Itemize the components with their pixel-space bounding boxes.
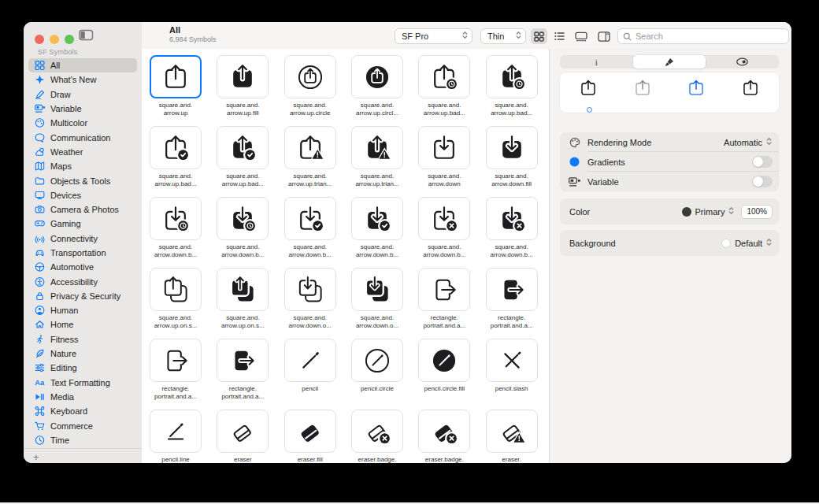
color-row: Color Primary 100% (560, 198, 779, 224)
sidebar-item-communication[interactable]: Communication (28, 130, 137, 144)
symbol-tile[interactable] (150, 197, 202, 240)
symbol-tile[interactable] (351, 410, 403, 453)
symbol-tile[interactable] (418, 55, 470, 98)
sidebar-item-all[interactable]: All (28, 58, 137, 72)
sidebar-item-text-formatting[interactable]: Aa Text Formatting (28, 376, 137, 390)
zoom-window-button[interactable] (65, 35, 74, 44)
symbol-tile[interactable] (284, 197, 336, 240)
symbol-tile[interactable] (418, 339, 470, 382)
sliders-icon (34, 362, 46, 373)
sidebar-item-automotive[interactable]: Automotive (28, 260, 137, 274)
add-collection-button[interactable]: + (33, 451, 39, 463)
symbol-tile[interactable] (486, 55, 538, 98)
close-window-button[interactable] (35, 35, 44, 44)
symbol-tile[interactable] (284, 126, 336, 169)
symbol-tile[interactable] (418, 126, 470, 169)
symbol-tile[interactable] (486, 268, 538, 311)
sidebar-item-transportation[interactable]: Transportation (28, 246, 137, 260)
symbol-label: square.and.arrow.up.on.s... (141, 314, 210, 329)
symbol-tile[interactable] (351, 126, 403, 169)
symbol-tile[interactable] (150, 410, 202, 453)
sidebar-item-label: Accessibility (50, 277, 98, 287)
sidebar-item-privacy-security[interactable]: Privacy & Security (28, 289, 137, 303)
symbol-tile[interactable] (284, 339, 336, 382)
preview-monochrome[interactable] (578, 78, 598, 98)
sidebar-item-devices[interactable]: Devices (28, 188, 137, 202)
symbol-tile[interactable] (418, 268, 470, 311)
sidebar-item-commerce[interactable]: Commerce (28, 418, 137, 432)
grid-view-button[interactable] (531, 28, 547, 44)
weight-select[interactable]: Thin (480, 28, 526, 44)
search-input[interactable]: Search (617, 28, 789, 44)
sidebar-item-label: Keyboard (50, 406, 87, 416)
list-view-button[interactable] (551, 28, 568, 44)
grid-icon (34, 60, 46, 71)
minimize-window-button[interactable] (50, 35, 59, 44)
preview-palette[interactable] (686, 78, 706, 98)
rect-portrait-arrow-icon (160, 345, 191, 376)
symbol-tile[interactable] (284, 55, 336, 98)
gallery-view-button[interactable] (572, 28, 590, 44)
sidebar-item-nature[interactable]: Nature (28, 346, 137, 361)
symbol-tile[interactable] (150, 268, 202, 311)
sidebar-item-gaming[interactable]: Gaming (28, 217, 137, 231)
color-opacity-field[interactable]: 100% (741, 205, 773, 219)
symbol-tile[interactable] (284, 410, 336, 453)
symbol-tile[interactable] (217, 55, 269, 98)
symbol-tile[interactable] (217, 410, 269, 453)
symbol-tile[interactable] (217, 126, 269, 169)
symbol-tile[interactable] (351, 339, 403, 382)
sidebar-item-keyboard[interactable]: Keyboard (28, 404, 137, 418)
symbol-tile[interactable] (418, 197, 470, 240)
sidebar-item-draw[interactable]: Draw (28, 87, 137, 102)
sidebar-item-connectivity[interactable]: Connectivity (28, 232, 137, 246)
symbol-tile[interactable] (217, 268, 269, 311)
sidebar-item-time[interactable]: Time (28, 433, 137, 447)
symbol-tile[interactable] (486, 339, 538, 382)
sidebar-item-label: Multicolor (50, 118, 87, 128)
toggle-sidebar-icon[interactable] (79, 29, 94, 41)
symbol-tile[interactable] (486, 410, 538, 453)
tab-info[interactable]: i (560, 55, 633, 69)
symbol-tile[interactable] (486, 197, 538, 240)
symbol-tile[interactable] (351, 55, 403, 98)
sidebar-item-maps[interactable]: Maps (28, 159, 137, 173)
font-select[interactable]: SF Pro (395, 28, 472, 44)
symbol-tile[interactable] (217, 197, 269, 240)
sidebar-item-human[interactable]: Human (28, 303, 137, 317)
sidebar-item-multicolor[interactable]: Multicolor (28, 116, 137, 130)
sidebar-item-objects-tools[interactable]: Objects & Tools (28, 173, 137, 187)
rendering-mode-select[interactable]: Automatic (724, 136, 773, 148)
sidebar-divider (24, 448, 142, 449)
sidebar-item-what-s-new[interactable]: What's New (28, 72, 137, 87)
sidebar-item-accessibility[interactable]: Accessibility (28, 274, 137, 288)
variable-toggle[interactable] (752, 176, 773, 187)
color-select[interactable]: Primary (682, 206, 736, 217)
gradients-toggle[interactable] (752, 156, 773, 168)
background-select[interactable]: Default (721, 237, 773, 249)
toggle-inspector-button[interactable] (595, 28, 613, 44)
symbol-tile[interactable] (284, 268, 336, 311)
symbol-tile[interactable] (486, 126, 538, 169)
sidebar-item-camera-photos[interactable]: Camera & Photos (28, 202, 137, 217)
inspector-tab-bar: i (560, 55, 779, 69)
symbol-tile[interactable] (351, 197, 403, 240)
sidebar-item-fitness[interactable]: Fitness (28, 332, 137, 346)
sidebar-item-media[interactable]: Media (28, 390, 137, 404)
sidebar-item-variable[interactable]: Variable (28, 102, 137, 116)
sidebar-item-editing[interactable]: Editing (28, 361, 137, 375)
preview-multicolor[interactable] (740, 78, 761, 98)
symbol-tile[interactable] (418, 410, 470, 453)
symbol-tile[interactable] (150, 126, 202, 169)
sidebar-item-home[interactable]: Home (28, 317, 137, 332)
symbol-tile[interactable] (150, 339, 202, 382)
symbol-tile[interactable] (150, 55, 202, 98)
tab-variable-color[interactable] (706, 55, 779, 69)
symbol-tile[interactable] (217, 339, 269, 382)
tab-rendering[interactable] (633, 55, 706, 69)
sidebar-category-list: All What's New Draw Variable Multicolor … (28, 58, 137, 447)
preview-hierarchical[interactable] (632, 78, 653, 98)
symbol-label: square.and.arrow.down.b... (141, 243, 210, 258)
sidebar-item-weather[interactable]: Weather (28, 145, 137, 159)
symbol-tile[interactable] (351, 268, 403, 311)
